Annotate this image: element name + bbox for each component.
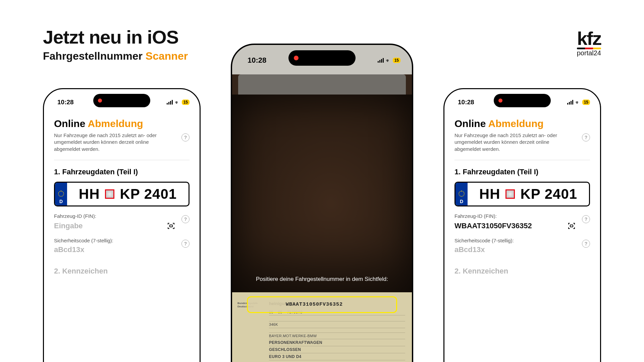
camera-view[interactable]: Bundesrepublik Deutschland heinigung Tei…: [232, 74, 412, 362]
detected-vin: WBAAT31050FV36352: [286, 302, 343, 307]
phone-scanner: 10:28 ᯤ 15 Bundesrepublik Deutschland he…: [231, 44, 413, 362]
fin-input[interactable]: Eingabe: [54, 222, 163, 230]
status-time: 10:28: [458, 99, 474, 106]
recording-indicator-icon: [294, 56, 299, 60]
battery-icon: 15: [182, 100, 190, 105]
battery-icon: 15: [582, 100, 590, 105]
scan-icon: [167, 222, 175, 230]
divider: [454, 160, 590, 160]
plate-eu-badge: D: [455, 183, 468, 205]
page-title: Online Abmeldung: [54, 118, 190, 129]
phone-after: 10:28 ᯤ 15 Online Abmeldung Nur Fahrzeug…: [443, 88, 601, 362]
recording-indicator-icon: [98, 99, 102, 103]
fin-label: Fahrzeug-ID (FIN):: [454, 213, 590, 219]
dynamic-island: [93, 94, 150, 107]
page-title: Online Abmeldung: [454, 118, 590, 129]
promo-title: Jetzt neu in iOS: [43, 26, 188, 48]
scan-button[interactable]: [567, 221, 577, 231]
eu-stars-icon: [58, 191, 64, 197]
scan-icon: [568, 222, 576, 230]
scan-button[interactable]: [166, 221, 176, 231]
phone-before: 10:28 ᯤ 15 Online Abmeldung Nur Fahrzeug…: [43, 88, 201, 362]
code-field: Sicherheitscode (7-stellig): ? aBcd13x: [54, 238, 190, 254]
code-input[interactable]: aBcd13x: [54, 245, 176, 254]
status-icons: ᯤ 15: [378, 58, 400, 63]
status-bar: 10:28 ᯤ 15: [444, 89, 600, 109]
fin-field: Fahrzeug-ID (FIN): ? WBAAT31050FV36352: [454, 213, 590, 231]
status-icons: ᯤ 15: [167, 100, 190, 105]
dynamic-island: [288, 50, 356, 66]
plate-seal-icon: [505, 189, 515, 199]
fin-label: Fahrzeug-ID (FIN):: [54, 213, 190, 219]
logo-main-text: kfz: [577, 30, 601, 47]
section-2-heading: 2. Kennzeichen: [454, 267, 590, 276]
wifi-icon: ᯤ: [386, 58, 391, 63]
dynamic-island: [494, 94, 551, 107]
plate-seal-icon: [105, 189, 114, 199]
wifi-icon: ᯤ: [575, 100, 580, 105]
code-label: Sicherheitscode (7-stellig):: [54, 238, 190, 243]
disclaimer-text: Nur Fahrzeuge die nach 2015 zuletzt an- …: [54, 132, 190, 153]
promo-header: Jetzt neu in iOS Fahrgestellnummer Scann…: [43, 26, 188, 62]
brand-logo: kfz portal24: [577, 30, 601, 57]
code-field: Sicherheitscode (7-stellig): ? aBcd13x: [454, 238, 590, 254]
section-1-heading: 1. Fahrzeugdaten (Teil I): [454, 168, 590, 176]
recording-indicator-icon: [498, 99, 502, 103]
section-2-heading: 2. Kennzeichen: [54, 267, 190, 276]
svg-rect-1: [570, 225, 573, 227]
form-content: Online Abmeldung Nur Fahrzeuge die nach …: [44, 109, 200, 276]
license-plate[interactable]: D HH KP 2401: [54, 182, 190, 206]
divider: [54, 160, 190, 160]
cellular-icon: [378, 58, 384, 63]
status-time: 10:28: [248, 56, 266, 65]
logo-sub-text: portal24: [577, 49, 601, 57]
plate-text: HH KP 2401: [468, 183, 589, 205]
battery-icon: 15: [393, 58, 400, 63]
svg-rect-0: [170, 225, 172, 227]
fin-input[interactable]: WBAAT31050FV36352: [454, 222, 563, 230]
fin-field: Fahrzeug-ID (FIN): ? Eingabe: [54, 213, 190, 231]
wifi-icon: ᯤ: [175, 100, 180, 105]
help-icon[interactable]: ?: [582, 133, 590, 141]
scanner-instruction: Positiere deine Fahrgestellnummer in dem…: [232, 276, 412, 283]
disclaimer-text: Nur Fahrzeuge die nach 2015 zuletzt an- …: [454, 132, 590, 153]
cellular-icon: [167, 100, 173, 105]
code-input[interactable]: aBcd13x: [454, 245, 577, 254]
status-bar: 10:28 ᯤ 15: [44, 89, 200, 109]
cellular-icon: [567, 100, 573, 105]
status-time: 10:28: [57, 99, 74, 106]
license-plate[interactable]: D HH KP 2401: [454, 182, 590, 206]
section-1-heading: 1. Fahrzeugdaten (Teil I): [54, 168, 190, 176]
plate-text: HH KP 2401: [67, 183, 189, 205]
status-bar: 10:28 ᯤ 15: [232, 45, 412, 68]
eu-stars-icon: [459, 191, 465, 197]
form-content: Online Abmeldung Nur Fahrzeuge die nach …: [444, 109, 600, 276]
promo-subtitle: Fahrgestellnummer Scanner: [43, 50, 188, 62]
plate-eu-badge: D: [55, 183, 67, 205]
code-label: Sicherheitscode (7-stellig):: [454, 238, 590, 243]
help-icon[interactable]: ?: [181, 133, 190, 141]
status-icons: ᯤ 15: [567, 100, 590, 105]
